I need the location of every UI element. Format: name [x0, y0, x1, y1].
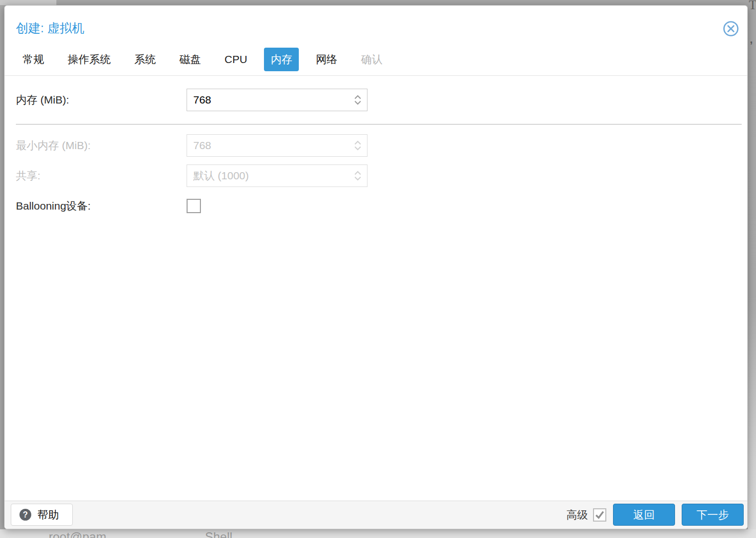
- shares-spinner-field: [187, 164, 367, 187]
- advanced-checkbox[interactable]: [593, 508, 606, 522]
- wizard-tabbar: 常规 操作系统 系统 磁盘 CPU 内存 网络 确认: [5, 44, 747, 76]
- memory-label: 内存 (MiB):: [16, 89, 69, 111]
- spinner-up-icon: [354, 140, 361, 145]
- tab-general[interactable]: 常规: [16, 48, 51, 71]
- footer-actions: 高级 返回 下一步: [566, 504, 744, 526]
- spinner-down-icon: [354, 176, 361, 181]
- memory-spinner-field: [187, 89, 367, 111]
- min-memory-spinner-buttons: [349, 135, 367, 156]
- shares-spinner-buttons: [349, 165, 367, 187]
- dialog-footer: ? 帮助 高级 返回 下一步: [5, 501, 747, 529]
- min-memory-input: [187, 135, 349, 156]
- back-button[interactable]: 返回: [613, 504, 675, 526]
- ballooning-checkbox[interactable]: [187, 199, 201, 213]
- tab-confirm: 确认: [354, 48, 389, 71]
- shares-input: [187, 165, 349, 187]
- min-memory-label: 最小内存 (MiB):: [16, 134, 91, 157]
- spinner-down-icon: [354, 100, 361, 105]
- backdrop-top-strip: [0, 0, 756, 5]
- tab-system[interactable]: 系统: [128, 48, 162, 71]
- checkmark-icon: [595, 510, 605, 520]
- min-memory-spinner-field: [187, 134, 367, 157]
- tab-cpu[interactable]: CPU: [218, 49, 254, 70]
- shares-label: 共享:: [16, 164, 40, 187]
- spinner-up-icon: [354, 95, 361, 99]
- help-icon: ?: [19, 509, 31, 521]
- spinner-up-icon: [354, 171, 361, 175]
- tab-memory[interactable]: 内存: [264, 48, 299, 71]
- help-button[interactable]: ? 帮助: [11, 504, 73, 526]
- spinner-down-icon: [354, 146, 361, 151]
- backdrop-text-fragment: ,: [750, 34, 753, 46]
- backdrop-shell-text: Shell: [205, 530, 232, 538]
- tab-network[interactable]: 网络: [309, 48, 344, 71]
- create-vm-dialog: 创建: 虚拟机 常规 操作系统 系统 磁盘 CPU 内存 网络 确认 内存 (M…: [4, 5, 748, 529]
- backdrop-right-strip: [748, 0, 756, 538]
- memory-input[interactable]: [187, 89, 349, 111]
- backdrop-tab-fragment: [0, 0, 56, 5]
- memory-spinner-buttons[interactable]: [349, 89, 367, 111]
- ballooning-label: Ballooning设备:: [16, 195, 91, 217]
- section-separator: [16, 124, 742, 125]
- dialog-title: 创建: 虚拟机: [16, 20, 84, 36]
- help-button-label: 帮助: [37, 508, 59, 522]
- tab-disks[interactable]: 磁盘: [173, 48, 208, 71]
- backdrop-text-fragment: T: [749, 0, 756, 12]
- close-icon[interactable]: [722, 20, 740, 37]
- advanced-label: 高级: [566, 508, 588, 522]
- backdrop-bottom-strip: root@pam Shell: [0, 529, 756, 538]
- backdrop-username-text: root@pam: [49, 530, 106, 538]
- tab-os[interactable]: 操作系统: [61, 48, 117, 71]
- next-button[interactable]: 下一步: [682, 504, 744, 526]
